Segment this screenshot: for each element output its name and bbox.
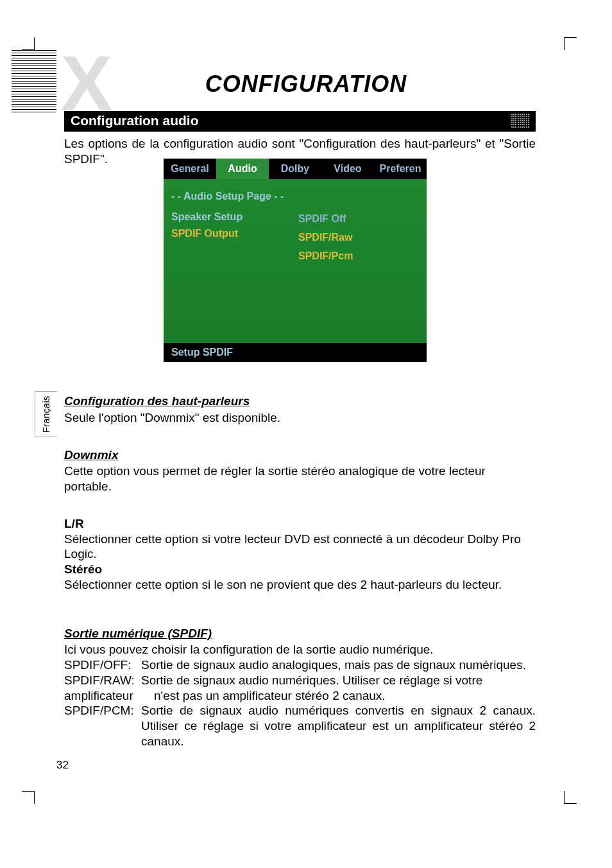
osd-menu-item: Speaker Setup [171,211,419,223]
page-title: CONFIGURATION [0,71,612,98]
osd-tab: Dolby [269,159,321,179]
osd-page-label: - - Audio Setup Page - - [171,191,419,202]
crop-mark [564,791,577,804]
language-tab: Français [35,391,57,437]
osd-tab: General [164,159,216,179]
osd-tab: Video [321,159,374,179]
def-desc: Sortie de signaux audio numériques. Util… [141,673,536,688]
section-title: Configuration audio [71,113,198,128]
paragraph: Cette option vous permet de régler la so… [64,464,536,494]
option-heading: L/R [64,517,84,530]
crop-mark [22,791,35,804]
def-desc: n'est pas un amplificateur stéréo 2 cana… [141,688,536,704]
def-label: SPDIF/RAW: [64,673,141,688]
paragraph: Sélectionner cette option si le son ne p… [64,577,536,593]
subsection-heading: Downmix [64,447,536,463]
crop-mark [564,37,577,50]
subsection-heading: Sortie numérique (SPDIF) [64,626,536,641]
osd-screenshot: General Audio Dolby Video Preferen - - A… [164,159,427,362]
osd-footer: Setup SPDIF [164,343,427,362]
spdif-definitions: SPDIF/OFF: Sortie de signaux audio analo… [64,657,536,749]
paragraph: Sélectionner cette option si votre lecte… [64,532,536,562]
def-desc: Sortie de signaux audio analogiques, mai… [141,657,536,673]
osd-options-list: SPDIF Off SPDIF/Raw SPDIF/Pcm [298,210,353,265]
dotgrid-icon [511,114,529,128]
paragraph: Ici vous pouvez choisir la configuration… [64,642,536,657]
osd-option: SPDIF/Pcm [298,247,353,266]
option-heading: Stéréo [64,562,102,576]
def-label: SPDIF/OFF: [64,657,141,673]
crop-mark [22,37,35,50]
language-label: Français [41,395,52,433]
subsection-heading: Configuration des haut-parleurs [64,394,536,409]
section-header-bar: Configuration audio [64,111,536,132]
page-number: 32 [56,759,69,772]
paragraph: Seule l'option "Downmix" est disponible. [64,410,536,426]
osd-option: SPDIF/Raw [298,229,353,247]
osd-menu-item: SPDIF Output [171,228,419,239]
osd-tab: Audio [216,159,269,179]
def-label: amplificateur [64,688,141,704]
def-desc: Sortie de signaux audio numériques conve… [141,703,536,749]
osd-tab: Preferen [374,159,427,179]
def-label: SPDIF/PCM: [64,703,141,749]
osd-option: SPDIF Off [298,210,353,229]
osd-tab-bar: General Audio Dolby Video Preferen [164,159,427,179]
